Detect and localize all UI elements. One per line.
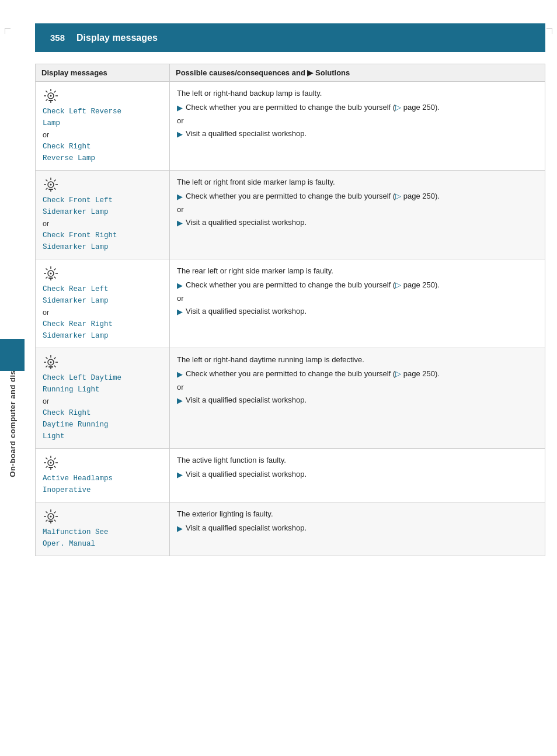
solution-text: Check whether you are permitted to chang… — [186, 279, 440, 291]
col-header-messages: Display messages — [36, 64, 170, 82]
solution-text: Visit a qualified specialist workshop. — [186, 394, 307, 406]
solution-text: Check whether you are permitted to chang… — [186, 102, 440, 113]
svg-line-51 — [54, 458, 56, 460]
svg-line-62 — [54, 512, 56, 514]
table-row: Malfunction SeeOper. ManualThe exterior … — [36, 502, 545, 556]
solution-text: Check whether you are permitted to chang… — [186, 368, 440, 380]
svg-rect-10 — [48, 100, 53, 101]
or-separator: or — [177, 382, 538, 393]
table-row: Active HeadlampsInoperativeThe active li… — [36, 449, 545, 502]
cause-cell: The rear left or right side marker lamp … — [170, 259, 545, 348]
arrow-icon: ▶ — [177, 280, 183, 292]
svg-rect-65 — [48, 521, 53, 522]
messages-table: Display messages Possible causes/consequ… — [35, 64, 545, 556]
svg-line-18 — [54, 180, 56, 182]
lamp-warning-icon — [43, 455, 162, 473]
svg-rect-21 — [48, 189, 53, 190]
solution-item: ▶Visit a qualified specialist workshop. — [177, 306, 538, 318]
or-separator: or — [177, 115, 538, 127]
cause-intro: The left or right front side marker lamp… — [177, 176, 538, 188]
main-content: Display messages Possible causes/consequ… — [35, 64, 545, 556]
lamp-warning-icon — [43, 508, 162, 526]
cause-cell: The left or right front side marker lamp… — [170, 171, 545, 259]
arrow-icon: ▶ — [177, 306, 183, 318]
sidebar-blue-bar — [0, 339, 25, 371]
lamp-warning-icon — [43, 176, 162, 195]
display-message-text: Check Rear LeftSidemarker LamporCheck Re… — [43, 283, 162, 342]
svg-point-64 — [50, 516, 52, 518]
col-header-causes: Possible causes/consequences and ▶ Solut… — [170, 64, 545, 82]
solution-item: ▶Check whether you are permitted to chan… — [177, 102, 538, 114]
solution-item: ▶Visit a qualified specialist workshop. — [177, 394, 538, 407]
lamp-warning-icon — [43, 354, 162, 372]
cause-cell: The left or right-hand daytime running l… — [170, 348, 545, 449]
svg-line-30 — [46, 277, 48, 279]
table-row: Check Left ReverseLamporCheck RightRever… — [36, 82, 545, 171]
message-cell: Active HeadlampsInoperative — [36, 449, 170, 502]
svg-line-6 — [54, 99, 56, 101]
solution-item: ▶Visit a qualified specialist workshop. — [177, 128, 538, 140]
display-message-text: Active HeadlampsInoperative — [43, 473, 162, 496]
header-bar: 358 Display messages — [35, 23, 545, 52]
message-cell: Malfunction SeeOper. Manual — [36, 502, 170, 556]
svg-line-63 — [46, 520, 48, 522]
svg-line-28 — [54, 277, 56, 279]
cause-cell: The exterior lighting is faulty.▶Visit a… — [170, 502, 545, 556]
message-cell: Check Front LeftSidemarker LamporCheck F… — [36, 171, 170, 259]
arrow-icon: ▶ — [177, 129, 183, 140]
lamp-warning-icon — [43, 265, 162, 283]
svg-line-52 — [46, 466, 48, 468]
table-row: Check Rear LeftSidemarker LamporCheck Re… — [36, 259, 545, 348]
svg-line-50 — [54, 466, 56, 468]
solution-item: ▶Visit a qualified specialist workshop. — [177, 217, 538, 229]
svg-rect-54 — [48, 467, 53, 468]
arrow-icon: ▶ — [177, 523, 183, 535]
svg-line-61 — [54, 520, 56, 522]
lamp-warning-icon — [43, 88, 162, 106]
corner-mark-tl — [5, 28, 11, 34]
display-message-text: Check Front LeftSidemarker LamporCheck F… — [43, 195, 162, 253]
display-message-text: Check Left DaytimeRunning LightorCheck R… — [43, 372, 162, 442]
page-title: Display messages — [76, 33, 158, 43]
svg-line-7 — [54, 91, 56, 93]
or-separator: or — [177, 293, 538, 304]
svg-line-8 — [46, 99, 48, 101]
svg-point-20 — [50, 184, 52, 186]
arrow-icon: ▶ — [177, 102, 183, 114]
svg-line-39 — [54, 366, 56, 367]
svg-point-31 — [50, 273, 52, 275]
arrow-icon: ▶ — [177, 191, 183, 203]
solution-item: ▶Check whether you are permitted to chan… — [177, 190, 538, 203]
message-cell: Check Rear LeftSidemarker LamporCheck Re… — [36, 259, 170, 348]
solution-text: Visit a qualified specialist workshop. — [186, 306, 307, 317]
svg-line-38 — [46, 358, 48, 359]
or-separator: or — [177, 204, 538, 216]
page-wrapper: 358 Display messages On-board computer a… — [0, 23, 557, 756]
svg-line-27 — [46, 269, 48, 271]
svg-point-42 — [50, 362, 52, 363]
page-number: 358 — [44, 28, 71, 47]
solution-item: ▶Check whether you are permitted to chan… — [177, 279, 538, 292]
solution-text: Check whether you are permitted to chang… — [186, 190, 440, 202]
cause-cell: The active light function is faulty.▶Vis… — [170, 449, 545, 502]
svg-line-60 — [46, 512, 48, 514]
message-cell: Check Left ReverseLamporCheck RightRever… — [36, 82, 170, 171]
arrow-icon: ▶ — [177, 369, 183, 380]
cause-intro: The active light function is faulty. — [177, 455, 538, 466]
svg-line-5 — [46, 91, 48, 93]
svg-line-41 — [46, 366, 48, 367]
arrow-icon: ▶ — [177, 395, 183, 407]
svg-line-49 — [46, 458, 48, 460]
arrow-icon: ▶ — [177, 469, 183, 481]
svg-rect-32 — [48, 278, 53, 279]
solution-text: Visit a qualified specialist workshop. — [186, 522, 307, 534]
solution-item: ▶Check whether you are permitted to chan… — [177, 368, 538, 380]
solution-text: Visit a qualified specialist workshop. — [186, 128, 307, 140]
svg-line-17 — [54, 188, 56, 190]
cause-intro: The rear left or right side marker lamp … — [177, 265, 538, 277]
cause-intro: The exterior lighting is faulty. — [177, 508, 538, 520]
table-row: Check Left DaytimeRunning LightorCheck R… — [36, 348, 545, 449]
cause-intro: The left or right-hand daytime running l… — [177, 354, 538, 366]
svg-line-19 — [46, 188, 48, 190]
sidebar-label-wrapper: On-board computer and displays — [0, 93, 25, 733]
